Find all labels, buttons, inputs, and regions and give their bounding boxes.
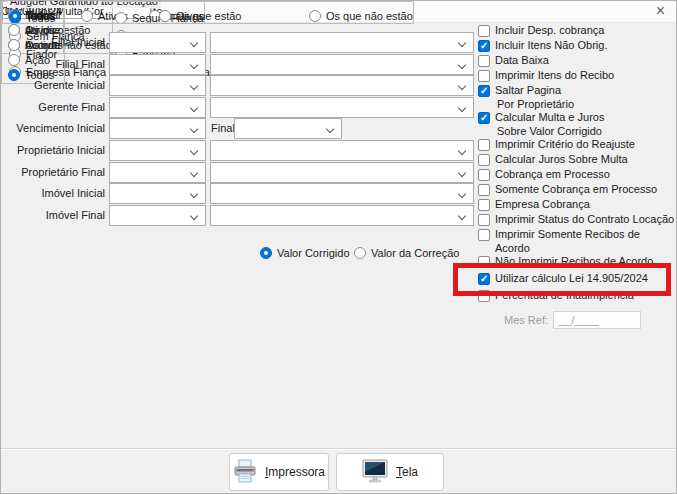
incluir-itens-nao-obrig-checkbox-row: Incluir Itens Não Obrig. bbox=[478, 39, 677, 54]
valor-da-correcao-radio-label: Valor da Correção bbox=[371, 247, 459, 259]
utilizar-calculo-lei-14-905-2024-checkbox-label: Utilizar cálculo Lei 14.905/2024 bbox=[495, 272, 648, 286]
proprietario-final-combo[interactable] bbox=[109, 162, 206, 183]
chevron-down-icon bbox=[190, 190, 198, 198]
data-baixa-checkbox-row: Data Baixa bbox=[478, 54, 677, 69]
bottom-separator bbox=[1, 448, 676, 450]
incluir-itens-nao-obrig-checkbox-label: Incluir Itens Não Obrig. bbox=[495, 39, 608, 53]
group-aluguel-garantido: Aluguel Garantido TodosOs que estãoOs qu… bbox=[1, 1, 414, 24]
chevron-down-icon bbox=[190, 61, 198, 69]
tela-button[interactable]: Tela bbox=[336, 453, 444, 491]
filial-inicial-combo-2[interactable] bbox=[210, 32, 474, 53]
vencimento-inicial-combo[interactable] bbox=[109, 118, 206, 139]
mes-ref-label: Mes Ref: bbox=[504, 314, 548, 326]
chevron-down-icon bbox=[326, 125, 334, 133]
printer-icon bbox=[233, 459, 257, 486]
gerente-final-combo-2[interactable] bbox=[210, 97, 474, 118]
gerente-final-combo[interactable] bbox=[109, 97, 206, 118]
percentual-de-inadimplencia-checkbox-row: Percentual de Inadimplência bbox=[478, 289, 677, 304]
mes-ref-input[interactable] bbox=[553, 311, 641, 329]
imprimir-somente-recibos-de-acordo-checkbox-row: Imprimir Somente Recibos de Acordo bbox=[478, 228, 677, 255]
group-title: Aluguel Garantido bbox=[7, 0, 101, 8]
incluir-itens-nao-obrig-checkbox[interactable] bbox=[478, 40, 490, 52]
filter-label-filial-final: Filial Final bbox=[1, 54, 105, 75]
somente-cobranca-em-processo-checkbox-label: Somente Cobrança em Processo bbox=[495, 183, 657, 197]
gerente-inicial-combo-2[interactable] bbox=[210, 75, 474, 96]
imovel-inicial-combo-2[interactable] bbox=[210, 183, 474, 204]
imprimir-criterio-do-reajuste-checkbox-label: Imprimir Critério do Reajuste bbox=[495, 138, 635, 152]
calcular-juros-sobre-multa-checkbox-label: Calcular Juros Sobre Multa bbox=[495, 153, 628, 167]
cobranca-em-processo-checkbox[interactable] bbox=[478, 169, 490, 181]
chevron-down-icon bbox=[190, 125, 198, 133]
filter-label-proprietario-final: Proprietário Final bbox=[1, 162, 105, 183]
filter-label-vencimento-inicial: Vencimento Inicial bbox=[1, 118, 105, 139]
options-checkbox-column: Incluir Desp. cobrançaIncluir Itens Não … bbox=[478, 23, 677, 329]
proprietario-inicial-combo-2[interactable] bbox=[210, 140, 474, 161]
filter-label-gerente-inicial: Gerente Inicial bbox=[1, 75, 105, 96]
chevron-down-icon bbox=[458, 61, 466, 69]
data-baixa-checkbox-label: Data Baixa bbox=[495, 54, 549, 68]
nao-imprimir-recibos-de-acordo-checkbox-label: Não Imprimir Recibos de Acordo bbox=[495, 255, 653, 269]
valor-da-correcao-radio[interactable]: Valor da Correção bbox=[354, 246, 459, 260]
filial-final-combo-2[interactable] bbox=[210, 54, 474, 75]
utilizar-calculo-lei-14-905-2024-checkbox-row: Utilizar cálculo Lei 14.905/2024 bbox=[478, 272, 677, 287]
imprimir-status-do-contrato-locacao-checkbox-row: Imprimir Status do Contrato Locação bbox=[478, 213, 677, 228]
valor-corrigido-radio[interactable]: Valor Corrigido bbox=[260, 246, 350, 260]
filial-inicial-combo[interactable] bbox=[109, 32, 206, 53]
chevron-down-icon bbox=[190, 82, 198, 90]
chevron-down-icon bbox=[458, 190, 466, 198]
calcular-juros-sobre-multa-checkbox-row: Calcular Juros Sobre Multa bbox=[478, 153, 677, 168]
vencimento-inicial-final-combo[interactable] bbox=[234, 118, 342, 139]
calcular-juros-sobre-multa-checkbox[interactable] bbox=[478, 154, 490, 166]
proprietario-inicial-combo[interactable] bbox=[109, 140, 206, 161]
somente-cobranca-em-processo-checkbox[interactable] bbox=[478, 184, 490, 196]
valor-corrigido-radio-label: Valor Corrigido bbox=[277, 247, 350, 259]
filial-final-combo[interactable] bbox=[109, 54, 206, 75]
impressora-button-label: Impressora bbox=[265, 465, 325, 479]
tela-button-label: Tela bbox=[396, 465, 418, 479]
chevron-down-icon bbox=[190, 39, 198, 47]
dialog-devedores-com-reajuste: Devedores com Reajuste × Indice Correção… bbox=[0, 0, 677, 494]
chevron-down-icon bbox=[458, 39, 466, 47]
imprimir-itens-do-recibo-checkbox-label: Imprimir Itens do Recibo bbox=[495, 69, 614, 83]
chevron-down-icon bbox=[458, 104, 466, 112]
calcular-multa-e-juros-checkbox[interactable] bbox=[478, 112, 490, 124]
close-icon[interactable]: × bbox=[656, 2, 665, 20]
nao-imprimir-recibos-de-acordo-checkbox[interactable] bbox=[478, 256, 490, 268]
incluir-desp-cobranca-checkbox-row: Incluir Desp. cobrança bbox=[478, 24, 677, 39]
filter-label-filial-inicial: Filial Inicial bbox=[1, 32, 105, 53]
imovel-inicial-combo[interactable] bbox=[109, 183, 206, 204]
chevron-down-icon bbox=[190, 104, 198, 112]
chevron-down-icon bbox=[458, 82, 466, 90]
os-que-nao-estao-radio[interactable]: Os que não estão bbox=[309, 9, 413, 23]
radio-dot bbox=[260, 247, 272, 259]
os-que-estao-radio[interactable]: Os que estão bbox=[159, 9, 309, 23]
imprimir-itens-do-recibo-checkbox[interactable] bbox=[478, 70, 490, 82]
proprietario-final-combo-2[interactable] bbox=[210, 162, 474, 183]
imprimir-criterio-do-reajuste-checkbox[interactable] bbox=[478, 139, 490, 151]
calcular-multa-e-juros-checkbox-row: Calcular Multa e JurosSobre Valor Corrig… bbox=[478, 111, 677, 138]
gerente-inicial-combo[interactable] bbox=[109, 75, 206, 96]
imprimir-somente-recibos-de-acordo-checkbox[interactable] bbox=[478, 229, 490, 241]
data-baixa-checkbox[interactable] bbox=[478, 55, 490, 67]
empresa-cobranca-checkbox-label: Empresa Cobrança bbox=[495, 198, 590, 212]
empresa-cobranca-checkbox-row: Empresa Cobrança bbox=[478, 198, 677, 213]
filter-label-proprietario-inicial: Proprietário Inicial bbox=[1, 140, 105, 161]
cobranca-em-processo-checkbox-row: Cobrança em Processo bbox=[478, 168, 677, 183]
imovel-final-combo-2[interactable] bbox=[210, 205, 474, 226]
impressora-button[interactable]: Impressora bbox=[229, 453, 329, 491]
chevron-down-icon bbox=[458, 147, 466, 155]
nao-imprimir-recibos-de-acordo-checkbox-row: Não Imprimir Recibos de Acordo bbox=[478, 255, 677, 270]
percentual-de-inadimplencia-checkbox[interactable] bbox=[478, 290, 490, 302]
imprimir-criterio-do-reajuste-checkbox-row: Imprimir Critério do Reajuste bbox=[478, 138, 677, 153]
saltar-pagina-checkbox-label: Saltar PaginaPor Proprietário bbox=[495, 84, 574, 111]
saltar-pagina-checkbox[interactable] bbox=[478, 85, 490, 97]
imovel-final-combo[interactable] bbox=[109, 205, 206, 226]
cobranca-em-processo-checkbox-label: Cobrança em Processo bbox=[495, 168, 610, 182]
incluir-desp-cobranca-checkbox[interactable] bbox=[478, 25, 490, 37]
checkbox-label-line2: Sobre Valor Corrigido bbox=[495, 125, 604, 139]
utilizar-calculo-lei-14-905-2024-checkbox[interactable] bbox=[478, 273, 490, 285]
imprimir-status-do-contrato-locacao-checkbox[interactable] bbox=[478, 214, 490, 226]
percentual-de-inadimplencia-checkbox-label: Percentual de Inadimplência bbox=[495, 289, 634, 303]
todos-radio[interactable]: Todos bbox=[9, 9, 159, 23]
empresa-cobranca-checkbox[interactable] bbox=[478, 199, 490, 211]
